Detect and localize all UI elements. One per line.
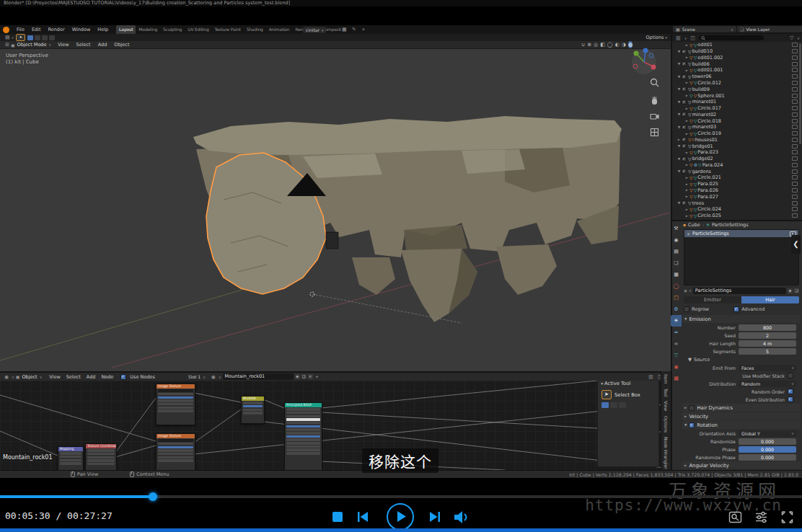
outliner-row-circle-017[interactable]: ►▽▽Circle.017	[672, 105, 801, 112]
segments-field[interactable]: 5	[739, 348, 796, 355]
node-socket-row[interactable]	[286, 425, 320, 428]
node-socket-row[interactable]	[286, 408, 320, 411]
properties-tab-world[interactable]: ◯	[671, 280, 682, 292]
node-header[interactable]: Principled BSDF	[285, 403, 322, 407]
node-socket-row[interactable]	[243, 409, 263, 412]
outliner-row-minaret02[interactable]: ▼▽minaret02	[672, 111, 801, 118]
editor-type-icon[interactable]: ◉	[4, 374, 9, 380]
screen-visibility-icon[interactable]	[792, 43, 798, 47]
screen-visibility-icon[interactable]	[792, 94, 798, 98]
zoom-icon[interactable]	[650, 78, 659, 87]
screen-visibility-icon[interactable]	[792, 125, 798, 129]
expand-closed-icon[interactable]: ►	[684, 214, 689, 218]
expand-closed-icon[interactable]: ►	[684, 182, 689, 186]
outliner-row-circle-019[interactable]: ►▽▽Circle.019	[672, 130, 801, 137]
breadcrumb-object[interactable]: Cube	[688, 222, 700, 228]
expand-open-icon[interactable]: ▼	[677, 87, 682, 91]
node-menu-view[interactable]: View	[46, 374, 63, 380]
interaction-mode-dropdown[interactable]: ▣ Object Mode ∨	[11, 42, 51, 48]
phase-field[interactable]: 0.000	[739, 446, 796, 453]
previous-button[interactable]	[356, 510, 370, 524]
outliner-row-para-025[interactable]: ►▽▽Para.025	[672, 181, 801, 187]
node-menu-node[interactable]: Node	[98, 374, 116, 380]
workspace-tab-layout[interactable]: Layout	[116, 25, 136, 34]
screen-visibility-icon[interactable]	[792, 112, 798, 117]
shading-material-icon[interactable]: ◑	[622, 41, 626, 48]
outliner-row-circle-018[interactable]: ►▽▽Circle.018	[672, 118, 801, 124]
expand-open-icon[interactable]: ▼	[677, 112, 682, 116]
outliner-row-edit01-002[interactable]: ►▽▽edit01.002	[672, 55, 801, 61]
properties-tab-physics[interactable]: ≈	[671, 327, 682, 338]
expand-open-icon[interactable]: ▼	[677, 125, 682, 129]
regrow-checkbox[interactable]	[684, 306, 689, 312]
node-header[interactable]: MixRGB	[242, 396, 264, 401]
node-socket-row[interactable]	[158, 393, 193, 396]
outliner-checkbox[interactable]	[682, 156, 687, 161]
menu-file[interactable]: File	[13, 25, 28, 34]
snap-node-icon[interactable]: ▥	[648, 374, 653, 380]
outliner-row-para-027[interactable]: ►▽▽Para.027	[672, 193, 801, 200]
transform-orientation-toggle[interactable]	[27, 35, 33, 40]
gizmo-toggle-icon[interactable]: ⊕	[587, 41, 591, 48]
overlays-toggle-icon[interactable]: ◎	[594, 41, 598, 48]
properties-tab-render[interactable]: ◉	[671, 234, 682, 246]
expand-closed-icon[interactable]: ►	[677, 138, 682, 141]
screen-visibility-icon[interactable]	[792, 74, 798, 79]
breadcrumb-data[interactable]: ParticleSettings	[712, 222, 749, 228]
node-socket-row[interactable]	[286, 445, 320, 448]
outliner-checkbox[interactable]	[682, 61, 687, 66]
tab-emitter[interactable]: Emitter	[684, 296, 741, 303]
outliner-checkbox[interactable]	[682, 87, 687, 92]
outliner-row-trees[interactable]: ▼▽trees	[672, 200, 801, 206]
outliner-checkbox[interactable]	[682, 143, 687, 148]
randomize-phase-field[interactable]: 0.000	[739, 454, 796, 461]
randomize-field[interactable]: 0.000	[739, 438, 796, 445]
node-socket-row[interactable]	[286, 435, 320, 438]
properties-tab-object-data[interactable]: ▽	[671, 350, 682, 361]
node-socket-row[interactable]	[286, 452, 320, 455]
screen-visibility-icon[interactable]	[792, 81, 798, 85]
node-socket-row[interactable]	[286, 438, 320, 441]
node-socket-row[interactable]	[87, 456, 115, 459]
outliner-filter-id-icon[interactable]: ◫	[690, 35, 695, 41]
node-socket-row[interactable]	[60, 462, 81, 465]
outliner-row-circle-025[interactable]: ►▽▽Circle.025	[672, 213, 801, 219]
expand-open-icon[interactable]: ▼	[677, 100, 682, 104]
node-socket-row[interactable]	[158, 446, 193, 449]
select-box-tool-icon[interactable]: ➤	[602, 390, 612, 399]
tab-hair[interactable]: Hair	[741, 296, 799, 303]
sidebar-tab-options[interactable]: Options	[664, 416, 669, 433]
workspace-tab-sculpting[interactable]: Sculpting	[160, 25, 185, 34]
outliner-checkbox[interactable]	[682, 137, 687, 142]
properties-tab-constraints[interactable]: ∞	[671, 338, 682, 350]
screen-visibility-icon[interactable]	[792, 188, 798, 192]
expand-closed-icon[interactable]: ►	[684, 56, 689, 59]
node-socket-row[interactable]	[60, 456, 81, 458]
node-socket-row[interactable]	[243, 402, 263, 404]
node-image-texture-2[interactable]: Image Texture	[156, 384, 195, 425]
node-header[interactable]: Image Texture	[157, 434, 195, 438]
material-slot-dropdown[interactable]: Slot 1 ∨	[185, 373, 208, 380]
fake-user-shield-icon[interactable]: ◈	[788, 288, 793, 293]
volume-button[interactable]	[454, 510, 471, 524]
node-mapping-0[interactable]: Mapping	[58, 446, 84, 470]
random-order-checkbox[interactable]	[788, 389, 793, 394]
outliner-search-input[interactable]	[699, 35, 764, 40]
fake-user-shield-icon[interactable]: ◈	[295, 374, 300, 379]
screen-visibility-icon[interactable]	[792, 49, 798, 53]
expand-closed-icon[interactable]: ►	[684, 176, 689, 179]
scene-selector-mini[interactable]: cinitar ▾	[303, 27, 326, 33]
outliner-row-edit01-001[interactable]: ►▽▽edit01.001	[672, 67, 801, 74]
seed-field[interactable]: 2	[739, 332, 796, 339]
navigation-gizmo[interactable]	[629, 47, 659, 77]
node-socket-row[interactable]	[87, 459, 115, 462]
unlink-icon[interactable]: ✕	[308, 374, 313, 379]
expand-closed-icon[interactable]: ►	[684, 163, 689, 167]
particle-settings-name-field[interactable]: ParticleSettings	[693, 288, 786, 294]
properties-tab-object[interactable]: □	[671, 292, 682, 303]
viewport-menu-add[interactable]: Add	[94, 42, 111, 48]
node-socket-row[interactable]	[286, 412, 320, 414]
node-socket-row[interactable]	[243, 405, 263, 408]
expand-open-icon[interactable]: ▼	[677, 50, 682, 53]
active-tool-select-box-button[interactable]: ➤	[16, 34, 25, 41]
